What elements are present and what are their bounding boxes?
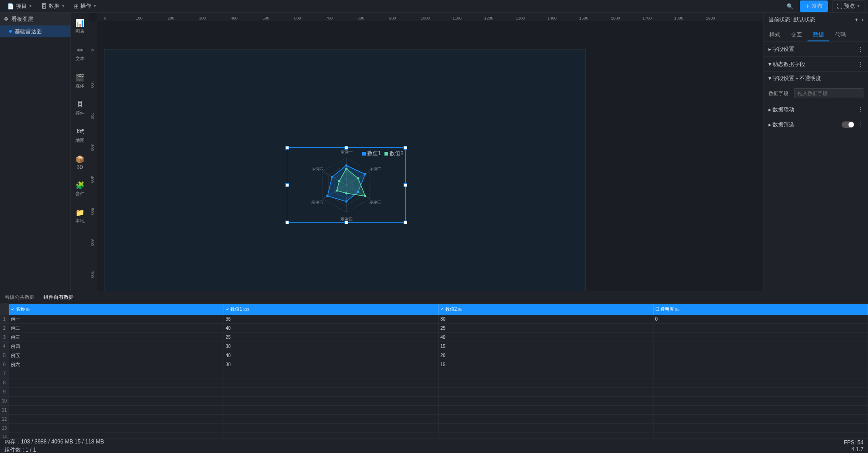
search-icon: 🔍 [787,3,793,10]
main: ❖ 看板图层 基础雷达图 📊图表✏文本🎬媒体🎛控件🗺地图📦3D🧩套件📁本地 01… [0,13,868,453]
tool-媒体[interactable]: 🎬媒体 [74,71,86,91]
status-left: 内存：103 / 3988 / 4096 MB 15 / 118 MB 组件数 … [5,438,104,453]
search-button[interactable]: 🔍 [784,1,795,12]
component-count: 组件数 : 1 / 1 [5,446,104,453]
section-title: 数据联动 [773,106,794,113]
tool-icon: 🎛 [75,100,85,109]
chevron-down-icon: ▾ [768,75,773,81]
data-field-input[interactable] [794,88,863,98]
grid-row[interactable]: 6例六3015 [0,360,868,369]
section-header[interactable]: ▸ 数据联动 ⋮ [764,102,868,117]
layer-dot-icon [9,30,12,33]
add-state-button[interactable]: + [855,17,858,23]
more-icon[interactable]: ⋮ [858,106,863,113]
section-title: 数据筛选 [773,121,794,128]
more-icon[interactable]: ⋮ [858,121,863,128]
tab-style[interactable]: 样式 [764,27,786,41]
more-icon[interactable]: ⋮ [858,61,863,67]
tool-label: 控件 [75,110,85,116]
publish-label: 发布 [812,2,823,10]
expand-icon: ⛶ [837,3,842,10]
tool-icon: 📦 [75,155,85,164]
tool-文本[interactable]: ✏文本 [74,44,86,64]
legend-item-2: 数值2 [384,150,404,157]
menu-data-label: 数据 [49,2,60,10]
svg-point-14 [345,201,348,203]
tab-component-data[interactable]: 组件自有数据 [39,291,78,303]
svg-point-12 [364,173,366,176]
layers-icon: ❖ [4,16,9,22]
tab-interact[interactable]: 交互 [786,27,808,41]
resize-handle-bl[interactable] [285,221,289,224]
axis-label-0: 示例一 [340,149,353,155]
tool-icon: 🧩 [75,181,85,190]
section-header[interactable]: ▸ 字段设置 ⋮ [764,42,868,56]
axis-label-4: 示例五 [311,200,324,206]
preview-button[interactable]: ⛶ 预览 ▼ [833,0,864,12]
section-header[interactable]: ▾ 动态数据字段 ⋮ [764,57,868,71]
axis-label-3: 示例四 [340,216,353,222]
data-grid[interactable]: ✓ 名称Str✓ 数值1123✓ 数值2Str☐ 透明度Str1例一363002… [0,304,868,438]
grid-col-数值1[interactable]: ✓ 数值1123 [224,304,439,315]
chevron-right-icon[interactable]: › [862,17,863,23]
state-header: 当前状态: 默认状态 + › [764,13,868,27]
grid-row-empty[interactable]: 8 [0,378,868,388]
chevron-down-icon: ▼ [61,4,65,8]
publish-button[interactable]: ✈ 发布 [800,0,828,12]
svg-point-23 [338,180,340,182]
resize-handle-mr[interactable] [404,183,407,187]
axis-label-5: 示例六 [311,166,324,172]
svg-point-20 [364,195,366,197]
grid-row-empty[interactable]: 14 [0,433,868,438]
tab-code[interactable]: 代码 [829,27,851,41]
grid-row[interactable]: 5例五4020 [0,351,868,360]
grid-col-数值2[interactable]: ✓ 数值2Str [439,304,653,315]
grid-row-empty[interactable]: 7 [0,369,868,378]
fps-status: FPS: 54 [844,439,863,446]
grid-row[interactable]: 3例三2540 [0,333,868,342]
tab-board-data[interactable]: 看板公共数据 [0,291,39,303]
grid-row-empty[interactable]: 13 [0,424,868,433]
resize-handle-tr[interactable] [404,146,407,150]
tool-控件[interactable]: 🎛控件 [74,98,86,118]
grid-row[interactable]: 4例四3015 [0,342,868,351]
section-header[interactable]: ▸ 数据筛选 ⋮ [764,117,868,132]
tool-icon: 🎬 [75,73,85,82]
tool-套件[interactable]: 🧩套件 [74,179,86,199]
filter-toggle[interactable] [842,121,854,128]
svg-point-21 [345,192,348,195]
resize-handle-ml[interactable] [285,183,289,187]
grid-row-empty[interactable]: 11 [0,406,868,415]
radar-chart-selection[interactable]: 数值1 数值2 示例一示例二示例三示例四示例五示例六 [287,147,406,223]
more-icon[interactable]: ⋮ [858,46,863,52]
tool-图表[interactable]: 📊图表 [74,16,86,36]
version: 4.1.7 [851,446,863,453]
grid-col-名称[interactable]: ✓ 名称Str [9,304,224,315]
grid-col-透明度[interactable]: ☐ 透明度Str [653,304,868,315]
menu-project[interactable]: 📄 项目 ▼ [4,0,36,12]
resize-handle-br[interactable] [404,221,407,224]
property-tabs: 样式 交互 数据 代码 [764,27,868,42]
grid-row-empty[interactable]: 12 [0,415,868,424]
section-field-settings: ▸ 字段设置 ⋮ [764,42,868,57]
grid-row[interactable]: 1例一36300 [0,315,868,324]
section-header[interactable]: ▾ 字段设置 - 不透明度 [764,72,868,85]
menu-ops-label: 操作 [80,2,91,10]
tool-label: 媒体 [75,83,85,89]
axis-label-2: 示例三 [369,200,382,206]
layer-header[interactable]: ❖ 看板图层 [0,13,70,25]
grid-row[interactable]: 2例二4025 [0,324,868,333]
tab-data[interactable]: 数据 [808,27,829,41]
chevron-right-icon: ▸ [768,121,773,128]
tool-地图[interactable]: 🗺地图 [74,126,86,146]
layer-item[interactable]: 基础雷达图 [0,25,70,37]
legend-label: 数值2 [389,150,404,157]
menu-data[interactable]: 🗄 数据 ▼ [38,0,69,12]
resize-handle-tl[interactable] [285,146,289,150]
section-field-opacity: ▾ 字段设置 - 不透明度 数据字段 [764,72,868,102]
menu-ops[interactable]: ⊞ 操作 ▼ [70,0,100,12]
grid-row-empty[interactable]: 10 [0,397,868,406]
grid-row-empty[interactable]: 9 [0,388,868,397]
tool-3D[interactable]: 📦3D [74,153,86,171]
tool-本地[interactable]: 📁本地 [74,206,86,226]
